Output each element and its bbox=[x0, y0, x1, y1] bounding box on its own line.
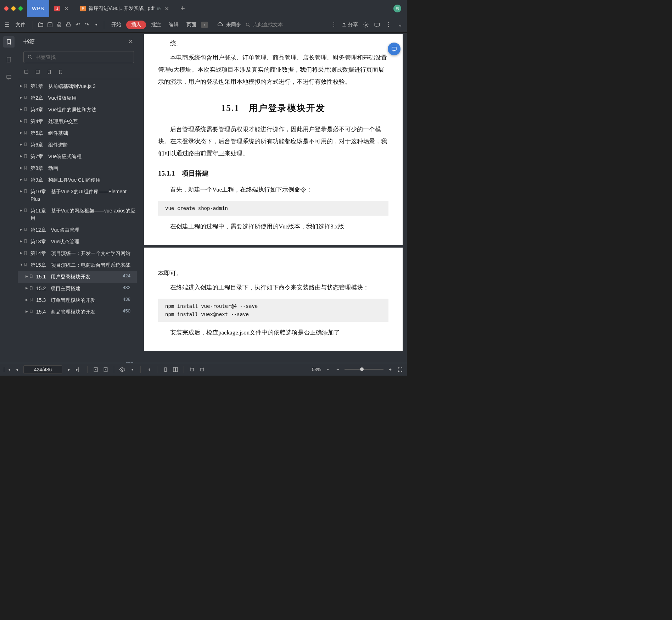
dropdown-icon[interactable]: ▾ bbox=[93, 21, 100, 28]
save-icon[interactable] bbox=[46, 21, 54, 28]
bookmark-item[interactable]: ▶15.4 商品管理模块的开发450 bbox=[18, 306, 137, 318]
bookmark-search-input[interactable] bbox=[36, 54, 130, 60]
bookmark-item[interactable]: ▶15.2 项目主页搭建432 bbox=[18, 283, 137, 294]
open-icon[interactable] bbox=[37, 21, 44, 28]
expand-icon[interactable]: ▶ bbox=[26, 286, 29, 290]
tab-document-active[interactable]: P 循序渐进Vue.j...开发实战_.pdf ⎚ ✕ bbox=[75, 0, 175, 17]
minimize-window-button[interactable] bbox=[11, 6, 16, 11]
expand-icon[interactable]: ▶ bbox=[20, 189, 23, 193]
expand-icon[interactable]: ▶ bbox=[20, 119, 23, 123]
first-page-icon[interactable]: ⎸◂ bbox=[4, 366, 10, 373]
expand-icon[interactable]: ▶ bbox=[26, 310, 29, 313]
bookmark-item[interactable]: ▶第10章 基于Vue 3的UI组件库——Element Plus bbox=[18, 186, 137, 205]
bookmark-item[interactable]: ▶第5章 组件基础 bbox=[18, 127, 137, 139]
expand-icon[interactable]: ▶ bbox=[20, 239, 23, 243]
sidebar-close-icon[interactable]: ✕ bbox=[128, 38, 133, 45]
two-page-icon[interactable] bbox=[172, 366, 179, 373]
zoom-out-icon[interactable]: − bbox=[335, 366, 341, 373]
bookmark-item[interactable]: ▶第3章 Vue组件的属性和方法 bbox=[18, 104, 137, 116]
comment-icon[interactable] bbox=[374, 21, 381, 28]
settings-icon[interactable] bbox=[362, 21, 369, 28]
maximize-window-button[interactable] bbox=[18, 6, 23, 11]
bookmark-item[interactable]: ▶第8章 动画 bbox=[18, 162, 137, 174]
expand-icon[interactable]: ▼ bbox=[20, 263, 23, 266]
bookmark-search[interactable] bbox=[23, 51, 134, 63]
expand-icon[interactable]: ▶ bbox=[20, 251, 23, 255]
bookmark-panel-button[interactable] bbox=[3, 36, 15, 48]
tab-start[interactable]: 开始 bbox=[108, 20, 124, 29]
rotate-right-icon[interactable] bbox=[199, 366, 205, 373]
avatar[interactable]: 琛 bbox=[393, 5, 401, 12]
expand-icon[interactable]: ▶ bbox=[26, 275, 29, 278]
more-icon[interactable]: ⋮ bbox=[330, 21, 337, 28]
tab-document-1[interactable]: ⬇ ✕ bbox=[49, 0, 75, 17]
expand-icon[interactable]: ▶ bbox=[20, 209, 23, 212]
prev-page-icon[interactable]: ◂ bbox=[13, 366, 20, 373]
expand-icon[interactable]: ▶ bbox=[20, 154, 23, 158]
cloud-icon[interactable] bbox=[217, 21, 224, 28]
zoom-value[interactable]: 53% bbox=[312, 367, 321, 372]
zoom-slider-thumb[interactable] bbox=[360, 367, 364, 371]
more-tabs-icon[interactable]: › bbox=[201, 22, 208, 28]
remove-bookmark-icon[interactable] bbox=[35, 69, 41, 75]
tab-wps-home[interactable]: WPS bbox=[27, 0, 49, 17]
dropdown-icon[interactable]: ▾ bbox=[129, 366, 135, 373]
document-viewport[interactable]: 统。 本电商系统包含用户登录、订单管理、商品管理、店长管理、财务管理和基础设置管… bbox=[140, 33, 407, 363]
close-tab-icon[interactable]: ✕ bbox=[163, 5, 170, 12]
close-window-button[interactable] bbox=[4, 6, 9, 11]
redo-icon[interactable]: ↷ bbox=[83, 21, 90, 28]
rotate-left-icon[interactable] bbox=[189, 366, 195, 373]
expand-icon[interactable]: ▶ bbox=[20, 107, 23, 111]
single-page-icon[interactable] bbox=[162, 366, 169, 373]
print-icon[interactable] bbox=[56, 21, 63, 28]
bookmark-item[interactable]: ▶第4章 处理用户交互 bbox=[18, 116, 137, 127]
bookmark-list[interactable]: ▶第1章 从前端基础到Vue.js 320▶第2章 Vue模板应用56▶第3章 … bbox=[18, 79, 140, 363]
add-page-icon[interactable] bbox=[93, 366, 99, 373]
expand-icon[interactable]: ▶ bbox=[20, 84, 23, 88]
sync-status[interactable]: 未同步 bbox=[226, 22, 241, 28]
next-page-icon[interactable]: ▸ bbox=[66, 366, 72, 373]
print-preview-icon[interactable] bbox=[65, 21, 72, 28]
undo-icon[interactable]: ↶ bbox=[74, 21, 81, 28]
monitor-icon[interactable]: ⎚ bbox=[157, 6, 160, 11]
expand-icon[interactable]: ▶ bbox=[20, 166, 23, 170]
zoom-in-icon[interactable]: + bbox=[387, 366, 393, 373]
thumbnail-panel-button[interactable] bbox=[3, 54, 15, 65]
bookmark-item[interactable]: ▶第9章 构建工具Vue CLI的使用 bbox=[18, 174, 137, 186]
fullscreen-icon[interactable] bbox=[397, 366, 403, 373]
toolbar-search[interactable]: 点此查找文本 bbox=[245, 22, 283, 28]
collapse-icon[interactable]: ⌄ bbox=[396, 21, 403, 28]
fit-width-icon[interactable]: ⫞ bbox=[146, 366, 152, 373]
tab-page[interactable]: 页面 bbox=[184, 20, 199, 29]
add-bookmark-icon[interactable] bbox=[23, 69, 30, 75]
bookmark-item[interactable]: ▶第1章 从前端基础到Vue.js 3 bbox=[18, 81, 137, 92]
bookmark-icon[interactable] bbox=[46, 69, 52, 75]
expand-icon[interactable]: ▶ bbox=[20, 96, 23, 99]
file-menu[interactable]: 文件 bbox=[13, 20, 28, 29]
expand-icon[interactable]: ▶ bbox=[20, 131, 23, 134]
share-button[interactable]: 分享 bbox=[342, 22, 358, 28]
kebab-icon[interactable]: ⋮ bbox=[385, 21, 392, 28]
page-input[interactable] bbox=[23, 365, 62, 374]
bookmark-item[interactable]: ▼第15章 项目演练二：电商后台管理系统实战 bbox=[18, 259, 137, 271]
bookmark-item[interactable]: ▶第12章 Vue路由管理 bbox=[18, 224, 137, 236]
last-page-icon[interactable]: ▸⎸ bbox=[76, 366, 82, 373]
tab-edit[interactable]: 编辑 bbox=[166, 20, 181, 29]
bookmark-item[interactable]: ▶第2章 Vue模板应用 bbox=[18, 92, 137, 104]
tab-annotate[interactable]: 批注 bbox=[148, 20, 164, 29]
annotation-panel-button[interactable] bbox=[3, 72, 15, 83]
expand-icon[interactable]: ▶ bbox=[20, 228, 23, 231]
tab-insert[interactable]: 插入 bbox=[126, 21, 146, 29]
menu-icon[interactable]: ☰ bbox=[4, 21, 11, 28]
zoom-slider[interactable] bbox=[345, 369, 383, 370]
zoom-dropdown-icon[interactable]: ▾ bbox=[325, 366, 331, 373]
bookmark-item[interactable]: ▶第13章 Vue状态管理 bbox=[18, 236, 137, 248]
bookmark-item[interactable]: ▶第11章 基于Vue的网络框架——vue-axios的应用 bbox=[18, 205, 137, 224]
close-tab-icon[interactable]: ✕ bbox=[63, 5, 70, 12]
assistant-float-button[interactable] bbox=[388, 43, 401, 55]
expand-icon[interactable]: ▶ bbox=[20, 143, 23, 146]
expand-icon[interactable]: ▶ bbox=[20, 178, 23, 181]
bookmark-item[interactable]: ▶第7章 Vue响应式编程 bbox=[18, 151, 137, 162]
bookmark-item[interactable]: ▶15.1 用户登录模块开发424 bbox=[18, 271, 137, 283]
new-tab-button[interactable]: + bbox=[175, 4, 190, 13]
